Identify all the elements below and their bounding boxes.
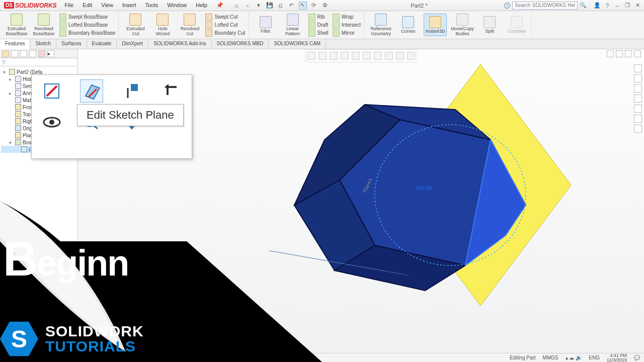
status-units[interactable]: MMGS xyxy=(543,355,558,360)
tab-mbd[interactable]: SOLIDWORKS MBD xyxy=(212,39,269,49)
select-icon[interactable]: ↖ xyxy=(299,2,307,10)
move-copy-button[interactable]: Move/Copy Bodies xyxy=(451,14,474,37)
revolved-boss-button[interactable]: Revolved Boss/Base xyxy=(32,14,55,37)
fm-tree-icon[interactable] xyxy=(2,50,9,57)
taskpane-custom-icon[interactable] xyxy=(634,115,642,123)
normal-to-icon[interactable] xyxy=(120,79,143,103)
doc-popout-icon[interactable] xyxy=(607,50,614,57)
open-icon[interactable]: ▾ xyxy=(255,2,263,10)
taskpane-forum-icon[interactable] xyxy=(634,125,642,133)
edit-sketch-plane-icon[interactable] xyxy=(80,79,103,103)
ref-geometry-button[interactable]: Reference Geometry xyxy=(369,14,392,37)
undo-icon[interactable]: ↶ xyxy=(288,2,296,10)
lofted-cut-button[interactable]: Lofted Cut xyxy=(205,22,245,29)
help2-icon[interactable]: ? xyxy=(604,2,611,9)
tab-evaluate[interactable]: Evaluate xyxy=(87,39,117,49)
minimize-icon[interactable]: – xyxy=(614,2,621,9)
print-icon[interactable]: ⎙ xyxy=(277,2,285,10)
status-tray-icons: ▴ ☁ 🔊 xyxy=(566,355,582,360)
rib-button[interactable]: Rib xyxy=(308,14,329,21)
modifier-list-b: Wrap Intersect Mirror xyxy=(333,14,361,37)
tab-addins[interactable]: SOLIDWORKS Add-Ins xyxy=(148,39,211,49)
doc-min-icon[interactable] xyxy=(616,50,623,57)
tab-cam[interactable]: SOLIDWORKS CAM xyxy=(269,39,326,49)
save-icon[interactable]: 💾 xyxy=(266,2,274,10)
hole-wizard-button[interactable]: Hole Wizard xyxy=(151,14,174,37)
visibility-icon[interactable] xyxy=(40,111,63,134)
tree-filter[interactable]: ▽ xyxy=(0,58,77,66)
menu-pin-icon[interactable]: 📌 xyxy=(212,1,227,10)
shell-button[interactable]: Shell xyxy=(308,30,329,37)
lofted-boss-button[interactable]: Lofted Boss/Base xyxy=(59,22,115,29)
split-button[interactable]: Split xyxy=(478,14,501,37)
prev-view-icon[interactable] xyxy=(330,52,338,60)
property-mgr-icon[interactable] xyxy=(11,50,18,57)
linear-pattern-button[interactable]: Linear Pattern xyxy=(281,14,304,37)
display-style-icon[interactable] xyxy=(363,52,371,60)
taskpane-library-icon[interactable] xyxy=(634,74,642,82)
taskpane-resources-icon[interactable] xyxy=(634,64,642,72)
zoom-area-icon[interactable] xyxy=(318,52,327,60)
fillet-button[interactable]: Fillet xyxy=(254,14,277,37)
display-mgr-icon[interactable] xyxy=(38,50,45,57)
panel-more-icon[interactable]: ▸ xyxy=(47,50,54,57)
menu-insert[interactable]: Insert xyxy=(118,1,140,10)
scene-icon[interactable] xyxy=(396,52,404,60)
config-mgr-icon[interactable] xyxy=(20,50,27,57)
dimxpert-mgr-icon[interactable] xyxy=(29,50,36,57)
notifications-icon[interactable]: 💬 xyxy=(634,355,640,360)
hex-prism-body[interactable] xyxy=(274,89,556,311)
options-icon[interactable]: ⚙ xyxy=(321,2,329,10)
doc-max-icon[interactable] xyxy=(625,50,632,57)
section-view-icon[interactable] xyxy=(341,52,349,60)
appearance-icon[interactable] xyxy=(385,52,393,60)
menu-edit[interactable]: Edit xyxy=(78,1,96,10)
hide-show-icon[interactable] xyxy=(374,52,382,60)
view-settings-icon[interactable] xyxy=(407,52,415,60)
title-bar: DSSOLIDWORKS File Edit View Insert Tools… xyxy=(0,0,644,11)
new-icon[interactable]: ▫ xyxy=(244,2,252,10)
extruded-boss-button[interactable]: Extruded Boss/Base xyxy=(5,14,28,37)
tab-features[interactable]: Features xyxy=(0,39,30,49)
tab-dimxpert[interactable]: DimXpert xyxy=(117,39,148,49)
taskpane-appearance-icon[interactable] xyxy=(634,105,642,113)
intersect-button[interactable]: Intersect xyxy=(333,22,361,29)
home-icon[interactable]: ⌂ xyxy=(232,2,240,10)
search-icon[interactable]: 🔍 xyxy=(580,2,587,9)
tab-surfaces[interactable]: Surfaces xyxy=(56,39,87,49)
taskpane-explorer-icon[interactable] xyxy=(634,84,642,93)
mirror-button[interactable]: Mirror xyxy=(333,30,361,37)
window-buttons: 👤 ? – ❐ ✕ xyxy=(591,2,644,9)
rebuild-icon[interactable]: ⟳ xyxy=(310,2,318,10)
wrap-button[interactable]: Wrap xyxy=(333,14,361,21)
dimension-label[interactable]: 105.38 xyxy=(415,185,432,191)
menu-tools[interactable]: Tools xyxy=(141,1,162,10)
zoom-fit-icon[interactable] xyxy=(307,52,315,60)
menu-help[interactable]: Help xyxy=(192,1,211,10)
view-orient-icon[interactable] xyxy=(352,52,360,60)
draft-button[interactable]: Draft xyxy=(308,22,329,29)
taskpane-view-icon[interactable] xyxy=(634,95,642,103)
menu-file[interactable]: File xyxy=(61,1,78,10)
tab-sketch[interactable]: Sketch xyxy=(30,39,56,49)
swept-boss-button[interactable]: Swept Boss/Base xyxy=(59,14,115,21)
boundary-cut-button[interactable]: Boundary Cut xyxy=(205,30,245,37)
menu-view[interactable]: View xyxy=(97,1,117,10)
revolved-cut-button[interactable]: Revolved Cut xyxy=(178,14,201,37)
doc-close-icon[interactable] xyxy=(634,50,641,57)
search-input[interactable] xyxy=(512,2,578,10)
swept-cut-button[interactable]: Swept Cut xyxy=(205,14,245,21)
restore-icon[interactable]: ❐ xyxy=(624,2,631,9)
boundary-boss-button[interactable]: Boundary Boss/Base xyxy=(59,30,115,37)
help-icon[interactable]: ? xyxy=(504,3,510,9)
close-icon[interactable]: ✕ xyxy=(634,2,641,9)
status-lang[interactable]: ENG xyxy=(589,355,600,360)
menu-window[interactable]: Window xyxy=(163,1,191,10)
extruded-cut-button[interactable]: Extruded Cut xyxy=(124,14,147,37)
curves-button[interactable]: Curves xyxy=(396,14,420,37)
back-icon[interactable] xyxy=(160,79,183,103)
combine-button[interactable]: Combine xyxy=(505,14,528,37)
instant3d-button[interactable]: Instant3D xyxy=(424,14,447,37)
edit-sketch-icon[interactable] xyxy=(40,79,63,103)
user-icon[interactable]: 👤 xyxy=(594,2,601,9)
